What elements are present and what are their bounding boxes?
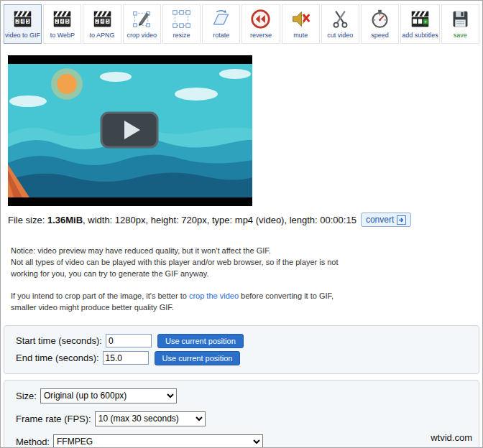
toolbar-label: mute [293, 32, 308, 39]
start-time-label: Start time (seconds): [16, 335, 102, 346]
toolbar-label: add subtitles [402, 32, 438, 39]
crop-hint-text: If you intend to crop part of the image,… [11, 291, 341, 314]
convert-mini-label: convert [366, 215, 394, 225]
video-to-gif-page: 245 video to GIF 245 to WebP 245 to APNG… [0, 0, 483, 448]
use-current-position-start-button[interactable]: Use current position [157, 334, 244, 348]
size-select[interactable]: Original (up to 600px) [40, 388, 177, 403]
convert-mini-button[interactable]: convert [361, 213, 411, 227]
toolbar-label: reverse [250, 32, 272, 39]
notice-line-1: Notice: video preview may have reduced q… [11, 246, 341, 257]
method-label: Method: [16, 437, 50, 447]
toolbar-label: cut video [327, 32, 353, 39]
use-current-position-end-button[interactable]: Use current position [155, 351, 241, 365]
convert-arrow-icon [397, 215, 406, 225]
toolbar-label: video to GIF [5, 32, 40, 39]
toolbar-button-speed[interactable]: speed [361, 4, 399, 44]
toolbar-button-add-subtitles[interactable]: + add subtitles [400, 4, 440, 44]
svg-text:2: 2 [17, 19, 19, 24]
floppy-icon [450, 8, 471, 30]
play-button [101, 113, 157, 147]
svg-text:5: 5 [66, 19, 69, 24]
method-row: Method: FFMPEG [16, 434, 467, 448]
clapperboard-plus-icon: + [410, 8, 431, 30]
file-size-value: 1.36MiB [47, 215, 83, 225]
rotate-icon [211, 8, 231, 30]
size-row: Size: Original (up to 600px) [16, 388, 467, 403]
frame-rate-label: Frame rate (FPS): [16, 414, 91, 424]
svg-text:4: 4 [101, 19, 104, 24]
frame-rate-row: Frame rate (FPS): 10 (max 30 seconds) [16, 411, 467, 426]
start-time-row: Start time (seconds): Use current positi… [16, 334, 467, 348]
toolbar-label: save [454, 32, 467, 39]
notice-text: Notice: video preview may have reduced q… [11, 246, 341, 280]
svg-text:4: 4 [61, 19, 64, 24]
method-select[interactable]: FFMPEG [53, 434, 263, 448]
toolbar-label: to WebP [50, 32, 75, 39]
resize-icon [171, 8, 192, 30]
toolbar-button-resize[interactable]: resize [162, 4, 201, 44]
video-preview-frame [8, 55, 252, 206]
toolbar-button-to-apng[interactable]: 245 to APNG [83, 4, 121, 44]
mute-icon [290, 8, 311, 30]
toolbar-label: crop video [127, 32, 157, 39]
end-time-label: End time (seconds): [16, 353, 99, 363]
svg-text:5: 5 [106, 19, 109, 24]
clapperboard-icon: 245 [52, 8, 73, 30]
file-info-text: File size: 1.36MiB, width: 1280px, heigh… [8, 215, 356, 225]
toolbar-button-rotate[interactable]: rotate [202, 4, 240, 44]
file-info-line: File size: 1.36MiB, width: 1280px, heigh… [8, 213, 482, 227]
speedometer-icon [369, 8, 390, 30]
time-range-panel: Start time (seconds): Use current positi… [4, 325, 479, 374]
svg-text:4: 4 [22, 19, 24, 24]
toolbar-label: to APNG [90, 32, 115, 39]
reverse-icon [250, 8, 271, 30]
toolbar-label: resize [172, 32, 190, 39]
crop-icon [132, 8, 152, 30]
size-label: Size: [16, 391, 37, 401]
toolbar-label: speed [371, 32, 389, 39]
start-time-input[interactable] [106, 334, 152, 347]
svg-text:2: 2 [56, 19, 59, 24]
toolbar-button-cut-video[interactable]: cut video [321, 4, 359, 44]
video-player[interactable] [8, 55, 252, 206]
gif-options-panel: Size: Original (up to 600px) Frame rate … [4, 380, 479, 448]
toolbar: 245 video to GIF 245 to WebP 245 to APNG… [1, 1, 482, 47]
end-time-input[interactable] [103, 351, 149, 365]
end-time-row: End time (seconds): Use current position [16, 351, 467, 365]
clapperboard-icon: 245 [12, 8, 33, 30]
frame-rate-select[interactable]: 10 (max 30 seconds) [95, 411, 206, 426]
toolbar-button-crop-video[interactable]: crop video [123, 4, 161, 44]
svg-text:5: 5 [27, 19, 29, 24]
toolbar-label: rotate [213, 32, 229, 39]
toolbar-button-video-to-gif[interactable]: 245 video to GIF [4, 4, 42, 44]
clapperboard-icon: 245 [92, 8, 113, 30]
toolbar-button-to-webp[interactable]: 245 to WebP [43, 4, 81, 44]
toolbar-button-mute[interactable]: mute [282, 4, 320, 44]
watermark-text: wtvid.com [431, 432, 472, 443]
svg-text:+: + [424, 19, 427, 25]
crop-the-video-link[interactable]: crop the video [189, 291, 239, 300]
svg-text:2: 2 [96, 19, 98, 24]
scissors-icon [330, 8, 351, 30]
toolbar-button-save[interactable]: save [441, 4, 479, 44]
toolbar-button-reverse[interactable]: reverse [242, 4, 280, 44]
notice-line-2: Not all types of video can be played wit… [11, 257, 341, 280]
